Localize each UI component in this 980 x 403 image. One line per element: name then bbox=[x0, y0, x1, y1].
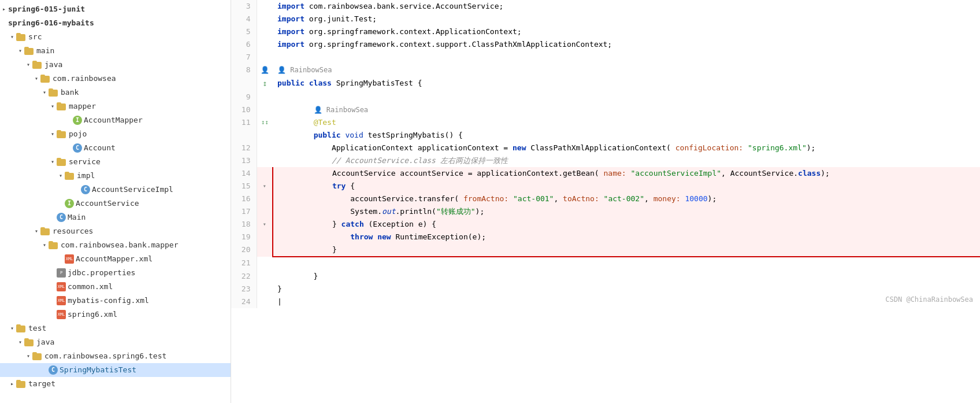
folder-icon bbox=[40, 227, 51, 235]
expand-arrow: ▸ bbox=[0, 3, 8, 16]
tree-service[interactable]: ▾ service bbox=[0, 155, 231, 169]
folder-icon bbox=[40, 75, 51, 83]
code-line-16: 16 accountService.transfer( fromActno: "… bbox=[231, 193, 980, 205]
gutter-6 bbox=[257, 38, 273, 51]
code-line-6: 6 import org.springframework.context.sup… bbox=[231, 38, 980, 51]
code-content-23: } bbox=[273, 283, 980, 295]
line-number: 4 bbox=[231, 13, 257, 25]
prev-project-label: spring6-015-junit bbox=[8, 3, 85, 16]
tree-pojo[interactable]: ▾ pojo bbox=[0, 127, 231, 141]
java-class-icon: C bbox=[49, 365, 58, 375]
test-label: test bbox=[28, 322, 46, 335]
tree-bank[interactable]: ▾ bank bbox=[0, 86, 231, 99]
tree-account-mapper-xml[interactable]: XML AccountMapper.xml bbox=[0, 252, 231, 266]
code-content-19: throw new RuntimeException(e); bbox=[273, 231, 980, 243]
tree-test-package[interactable]: ▾ com.rainbowsea.spring6.test bbox=[0, 349, 231, 363]
code-line-5: 5 import org.springframework.context.App… bbox=[231, 25, 980, 38]
code-content-14: AccountService accountService = applicat… bbox=[273, 167, 980, 180]
gutter-16 bbox=[257, 193, 273, 205]
folder-icon bbox=[16, 324, 27, 332]
code-line-4: 4 import org.junit.Test; bbox=[231, 13, 980, 25]
code-content-17: System.out.println("转账成功"); bbox=[273, 205, 980, 218]
code-content-21 bbox=[273, 257, 980, 270]
code-line-method: public void testSpringMybatis() { bbox=[231, 129, 980, 142]
xml-icon: XML bbox=[57, 296, 66, 305]
change-icon: ↕ bbox=[262, 79, 267, 88]
file-tree[interactable]: ▸ spring6-015-junit spring6-016-mybaits … bbox=[0, 0, 231, 403]
folder-icon bbox=[32, 61, 43, 69]
java-main-icon: C bbox=[57, 213, 66, 222]
folder-icon bbox=[57, 158, 67, 166]
tree-common-xml[interactable]: XML common.xml bbox=[0, 280, 231, 294]
main-label: main bbox=[36, 45, 54, 57]
test-package-label: com.rainbowsea.spring6.test bbox=[44, 350, 166, 363]
code-line-21: 21 bbox=[231, 257, 980, 270]
src-label: src bbox=[28, 31, 42, 43]
account-service-impl-label: AccountServiceImpl bbox=[92, 183, 173, 196]
code-editor: 3 import com.rainbowsea.bank.service.Acc… bbox=[231, 0, 980, 403]
code-line-9: 9 bbox=[231, 91, 980, 103]
line-number: 19 bbox=[231, 231, 257, 243]
line-number: 22 bbox=[231, 270, 257, 283]
jdbc-properties-label: jdbc.properties bbox=[68, 267, 135, 279]
xml-icon: XML bbox=[65, 254, 74, 264]
spring-mybatis-test-label: SpringMybatisTest bbox=[60, 364, 136, 376]
folder-icon bbox=[57, 130, 67, 138]
code-line-18: 18 ▾ } catch (Exception e) { bbox=[231, 218, 980, 231]
line-number: 18 bbox=[231, 218, 257, 231]
tree-com-rainbowsea[interactable]: ▾ com.rainbowsea bbox=[0, 72, 231, 86]
line-number: 13 bbox=[231, 154, 257, 167]
gutter-21 bbox=[257, 257, 273, 270]
common-xml-label: common.xml bbox=[68, 280, 113, 293]
project-root-item[interactable]: spring6-016-mybaits bbox=[0, 16, 231, 30]
tree-main-class[interactable]: C Main bbox=[0, 210, 231, 224]
code-content-10: 👤 RainbowSea bbox=[273, 103, 980, 116]
code-line-14: 14 AccountService accountService = appli… bbox=[231, 167, 980, 180]
gutter-13 bbox=[257, 154, 273, 167]
tree-resources[interactable]: ▾ resources bbox=[0, 224, 231, 238]
gutter-8: 👤 bbox=[257, 64, 273, 77]
tree-spring-mybatis-test[interactable]: C SpringMybatisTest bbox=[0, 363, 231, 377]
account-service-label: AccountService bbox=[76, 197, 139, 210]
gutter-14 bbox=[257, 167, 273, 180]
bank-label: bank bbox=[61, 86, 79, 99]
gutter-15: ▾ bbox=[257, 180, 273, 193]
prev-project-item[interactable]: ▸ spring6-015-junit bbox=[0, 2, 231, 16]
xml-icon: XML bbox=[57, 310, 66, 319]
tree-mapper-package[interactable]: ▾ com.rainbowsea.bank.mapper bbox=[0, 238, 231, 252]
tree-main[interactable]: ▾ main bbox=[0, 44, 231, 58]
xml-icon: XML bbox=[57, 282, 66, 291]
line-number: 10 bbox=[231, 103, 257, 116]
code-content-15: try { bbox=[273, 180, 980, 193]
line-number: 14 bbox=[231, 167, 257, 180]
code-line-23: 23 } bbox=[231, 283, 980, 295]
tree-impl[interactable]: ▾ impl bbox=[0, 169, 231, 183]
tree-account-mapper[interactable]: I AccountMapper bbox=[0, 113, 231, 127]
tree-test-java[interactable]: ▾ java bbox=[0, 335, 231, 349]
folder-icon bbox=[49, 88, 59, 97]
tree-jdbc-properties[interactable]: P jdbc.properties bbox=[0, 266, 231, 280]
tree-src[interactable]: ▾ src bbox=[0, 30, 231, 44]
account-mapper-label: AccountMapper bbox=[84, 114, 143, 127]
tree-mybatis-config[interactable]: XML mybatis-config.xml bbox=[0, 294, 231, 308]
tree-spring6-xml[interactable]: XML spring6.xml bbox=[0, 308, 231, 321]
tree-mapper[interactable]: ▾ mapper bbox=[0, 99, 231, 113]
line-number: 6 bbox=[231, 38, 257, 51]
tree-account-service-impl[interactable]: C AccountServiceImpl bbox=[0, 183, 231, 197]
code-line-10: 10 👤 RainbowSea bbox=[231, 103, 980, 116]
mybatis-config-label: mybatis-config.xml bbox=[68, 294, 149, 307]
line-number: 24 bbox=[231, 295, 257, 308]
gutter-9 bbox=[257, 91, 273, 103]
code-line-20: 20 } bbox=[231, 243, 980, 257]
tree-account[interactable]: C Account bbox=[0, 141, 231, 155]
tree-test[interactable]: ▾ test bbox=[0, 321, 231, 335]
resources-label: resources bbox=[53, 225, 93, 238]
tree-account-service[interactable]: I AccountService bbox=[0, 197, 231, 210]
tree-java[interactable]: ▾ java bbox=[0, 58, 231, 72]
line-number: 9 bbox=[231, 91, 257, 103]
fold-15: ▾ bbox=[263, 183, 266, 189]
folder-icon bbox=[24, 47, 35, 55]
account-mapper-xml-label: AccountMapper.xml bbox=[76, 253, 153, 265]
java-label: java bbox=[44, 58, 62, 71]
tree-target[interactable]: ▸ target bbox=[0, 377, 231, 391]
